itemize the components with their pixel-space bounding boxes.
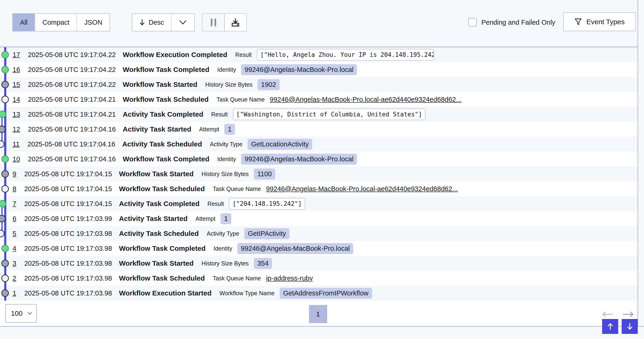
event-timestamp: 2025-05-08 UTC 19:17:04.21 bbox=[28, 96, 116, 103]
event-timestamp: 2025-05-08 UTC 19:17:04.15 bbox=[24, 200, 112, 208]
event-row[interactable]: 12 2025-05-08 UTC 19:17:04.16 Activity T… bbox=[0, 122, 638, 137]
sort-desc-button[interactable]: Desc bbox=[132, 14, 171, 31]
panel-right-border bbox=[638, 0, 638, 327]
event-attribute-label: Activity Type bbox=[206, 230, 239, 237]
event-row[interactable]: 10 2025-05-08 UTC 19:17:04.16 Workflow T… bbox=[0, 152, 638, 166]
event-types-button[interactable]: Event Types bbox=[563, 12, 636, 31]
event-timestamp: 2025-05-08 UTC 19:17:03.98 bbox=[24, 230, 112, 237]
event-attribute-value: 1 bbox=[224, 124, 235, 135]
event-name: Workflow Task Scheduled bbox=[119, 185, 205, 193]
event-id-link[interactable]: 4 bbox=[12, 245, 16, 252]
event-rows: 17 2025-05-08 UTC 19:17:04.22 Workflow E… bbox=[0, 47, 638, 300]
pause-button[interactable] bbox=[202, 14, 224, 31]
event-row[interactable]: 3 2025-05-08 UTC 19:17:03.98 Workflow Ta… bbox=[0, 256, 638, 271]
event-id-link[interactable]: 14 bbox=[12, 96, 20, 103]
event-id-link[interactable]: 10 bbox=[12, 155, 20, 163]
event-id-link[interactable]: 3 bbox=[12, 260, 16, 267]
event-attribute-label: History Size Bytes bbox=[205, 81, 252, 88]
event-id-link[interactable]: 1 bbox=[12, 289, 16, 297]
event-timestamp: 2025-05-08 UTC 19:17:04.15 bbox=[24, 170, 112, 178]
event-id-link[interactable]: 6 bbox=[12, 215, 16, 223]
sort-label: Desc bbox=[149, 19, 164, 26]
event-attribute-value: 99246@Angelas-MacBook-Pro.local bbox=[241, 154, 357, 165]
event-row[interactable]: 8 2025-05-08 UTC 19:17:04.15 Workflow Ta… bbox=[0, 181, 638, 196]
scroll-to-bottom-button[interactable] bbox=[622, 319, 638, 334]
event-row[interactable]: 11 2025-05-08 UTC 19:17:04.16 Activity T… bbox=[0, 137, 638, 152]
event-status-dot bbox=[2, 185, 9, 193]
event-row[interactable]: 7 2025-05-08 UTC 19:17:04.15 Activity Ta… bbox=[0, 196, 638, 211]
page-size-value: 100 bbox=[11, 309, 22, 317]
event-attribute-value[interactable]: 99246@Angelas-MacBook-Pro.local-ae62d440… bbox=[270, 96, 462, 103]
event-name: Activity Task Scheduled bbox=[122, 140, 202, 148]
event-row[interactable]: 16 2025-05-08 UTC 19:17:04.22 Workflow T… bbox=[0, 62, 638, 77]
event-id-link[interactable]: 5 bbox=[12, 230, 16, 237]
event-row[interactable]: 17 2025-05-08 UTC 19:17:04.22 Workflow E… bbox=[0, 47, 638, 62]
scroll-to-top-button[interactable] bbox=[602, 319, 618, 334]
bottom-divider bbox=[0, 326, 644, 327]
event-id-link[interactable]: 12 bbox=[12, 126, 20, 133]
event-attribute-value: 99246@Angelas-MacBook-Pro.local bbox=[237, 243, 353, 254]
event-id-link[interactable]: 11 bbox=[12, 140, 20, 148]
next-page-button[interactable] bbox=[622, 311, 634, 317]
event-attribute-label: Identity bbox=[217, 156, 236, 163]
event-status-dot bbox=[2, 289, 9, 297]
event-id-link[interactable]: 2 bbox=[12, 274, 16, 282]
event-attribute-value: ["Hello, Angela Zhou. Your IP is 204.148… bbox=[257, 49, 434, 61]
page-size-select[interactable]: 100 bbox=[5, 304, 37, 323]
arrow-up-icon bbox=[607, 322, 613, 330]
event-id-link[interactable]: 7 bbox=[12, 200, 16, 208]
event-types-label: Event Types bbox=[586, 18, 625, 26]
event-timestamp: 2025-05-08 UTC 19:17:04.16 bbox=[28, 155, 116, 163]
event-row[interactable]: 4 2025-05-08 UTC 19:17:03.98 Workflow Ta… bbox=[0, 241, 638, 256]
event-id-link[interactable]: 9 bbox=[12, 170, 16, 178]
event-id-link[interactable]: 13 bbox=[12, 111, 20, 118]
event-status-dot bbox=[0, 140, 4, 148]
pending-failed-label: Pending and Failed Only bbox=[481, 19, 555, 26]
event-name: Workflow Task Started bbox=[119, 170, 194, 178]
event-row[interactable]: 9 2025-05-08 UTC 19:17:04.15 Workflow Ta… bbox=[0, 166, 638, 181]
event-row[interactable]: 5 2025-05-08 UTC 19:17:03.98 Activity Ta… bbox=[0, 226, 638, 241]
pause-icon bbox=[211, 19, 212, 26]
pending-failed-checkbox[interactable] bbox=[468, 18, 477, 27]
event-timestamp: 2025-05-08 UTC 19:17:03.98 bbox=[24, 289, 112, 297]
event-name: Activity Task Scheduled bbox=[119, 230, 199, 237]
event-row[interactable]: 13 2025-05-08 UTC 19:17:04.21 Activity T… bbox=[0, 107, 638, 122]
event-id-link[interactable]: 15 bbox=[12, 81, 20, 89]
event-attribute-value[interactable]: ip-address-ruby bbox=[266, 274, 313, 282]
event-attribute-value: 354 bbox=[254, 258, 272, 269]
event-id-link[interactable]: 16 bbox=[12, 66, 20, 74]
event-name: Workflow Execution Started bbox=[119, 289, 212, 297]
event-timestamp: 2025-05-08 UTC 19:17:04.21 bbox=[28, 111, 116, 118]
event-name: Workflow Task Started bbox=[123, 81, 198, 89]
event-row[interactable]: 6 2025-05-08 UTC 19:17:03.99 Activity Ta… bbox=[0, 211, 638, 226]
event-row[interactable]: 1 2025-05-08 UTC 19:17:03.98 Workflow Ex… bbox=[0, 286, 638, 300]
event-status-dot bbox=[2, 260, 9, 267]
download-icon bbox=[230, 18, 240, 27]
event-timestamp: 2025-05-08 UTC 19:17:03.99 bbox=[24, 215, 112, 223]
view-mode-tabs: All Compact JSON bbox=[12, 13, 110, 32]
tab-json[interactable]: JSON bbox=[77, 14, 109, 31]
event-attribute-label: Task Queue Name bbox=[216, 96, 265, 103]
arrow-right-icon bbox=[622, 311, 634, 317]
event-name: Workflow Task Scheduled bbox=[119, 274, 205, 282]
event-row[interactable]: 15 2025-05-08 UTC 19:17:04.22 Workflow T… bbox=[0, 77, 638, 92]
tab-compact[interactable]: Compact bbox=[35, 14, 77, 31]
event-row[interactable]: 2 2025-05-08 UTC 19:17:03.98 Workflow Ta… bbox=[0, 271, 638, 286]
page-number-button[interactable]: 1 bbox=[309, 305, 327, 323]
event-attribute-value: GetAddressFromIPWorkflow bbox=[280, 288, 372, 299]
event-attribute-label: Task Queue Name bbox=[213, 275, 261, 282]
previous-page-button[interactable] bbox=[602, 311, 613, 317]
event-attribute-label: Result bbox=[208, 200, 224, 207]
event-history-table: 17 2025-05-08 UTC 19:17:04.22 Workflow E… bbox=[0, 47, 638, 301]
sort-dropdown-button[interactable] bbox=[171, 14, 194, 31]
event-status-dot bbox=[2, 170, 9, 178]
event-id-link[interactable]: 17 bbox=[12, 51, 20, 59]
tab-all[interactable]: All bbox=[13, 14, 35, 31]
event-name: Activity Task Completed bbox=[123, 110, 203, 118]
event-attribute-value: 1902 bbox=[258, 79, 280, 90]
event-id-link[interactable]: 8 bbox=[12, 185, 16, 193]
pending-failed-filter: Pending and Failed Only bbox=[468, 13, 555, 32]
download-button[interactable] bbox=[224, 14, 246, 31]
event-row[interactable]: 14 2025-05-08 UTC 19:17:04.21 Workflow T… bbox=[0, 92, 638, 107]
event-attribute-value[interactable]: 99246@Angelas-MacBook-Pro.local-ae62d440… bbox=[266, 185, 458, 193]
